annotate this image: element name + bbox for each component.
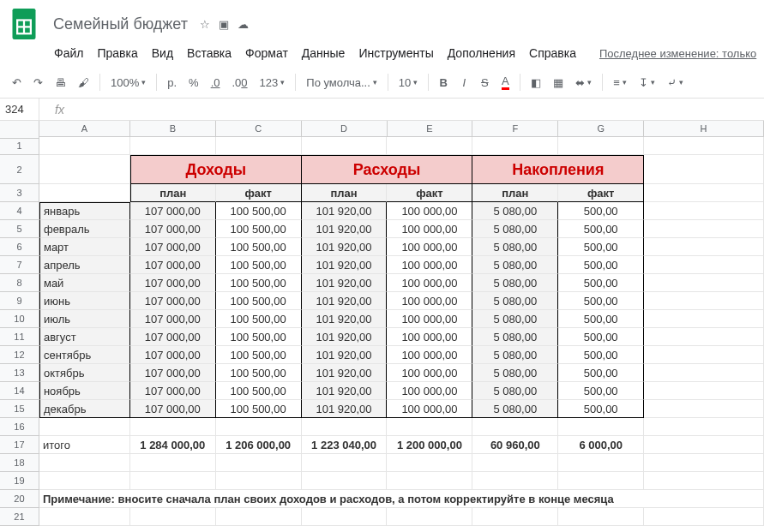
valign-dropdown[interactable]: ↧▾ — [634, 73, 660, 93]
row-header[interactable]: 20 — [0, 490, 39, 508]
more-formats-dropdown[interactable]: 123▾ — [255, 73, 291, 93]
cell[interactable] — [472, 508, 558, 526]
formula-input[interactable] — [80, 105, 764, 114]
fill-color-button[interactable]: ◧ — [526, 72, 546, 93]
cell[interactable] — [644, 454, 764, 472]
cell[interactable]: 101 920,00 — [302, 310, 388, 328]
cell[interactable]: 5 080,00 — [472, 274, 558, 292]
row-header[interactable]: 5 — [0, 220, 39, 238]
cell[interactable] — [216, 508, 302, 526]
cell[interactable]: 5 080,00 — [472, 346, 558, 364]
cell[interactable]: 5 080,00 — [472, 256, 558, 274]
borders-button[interactable]: ▦ — [548, 72, 568, 93]
cell[interactable] — [644, 346, 764, 364]
cell[interactable]: 1 284 000,00 — [130, 436, 216, 454]
cell[interactable]: 6 000,00 — [558, 436, 644, 454]
menu-help[interactable]: Справка — [523, 45, 582, 62]
cell[interactable]: 1 223 040,00 — [302, 436, 388, 454]
cell[interactable]: 100 000,00 — [387, 310, 472, 328]
month-cell[interactable]: октябрь — [39, 364, 130, 382]
sheets-logo[interactable] — [7, 7, 41, 41]
cell[interactable] — [644, 238, 764, 256]
halign-dropdown[interactable]: ≡▾ — [608, 73, 632, 93]
cell[interactable] — [558, 418, 644, 436]
row-header[interactable]: 11 — [0, 328, 39, 346]
row-header[interactable]: 2 — [0, 155, 39, 184]
menu-view[interactable]: Вид — [146, 45, 179, 62]
cell[interactable]: 107 000,00 — [130, 328, 216, 346]
col-header[interactable]: H — [644, 121, 764, 136]
cell[interactable] — [644, 436, 764, 454]
text-color-button[interactable]: A — [496, 70, 514, 94]
cloud-icon[interactable]: ☁ — [238, 18, 249, 31]
row-header[interactable]: 10 — [0, 310, 39, 328]
cell[interactable] — [558, 472, 644, 490]
cell[interactable] — [387, 508, 472, 526]
move-icon[interactable]: ▣ — [219, 18, 229, 31]
strike-button[interactable]: S — [475, 72, 494, 93]
cell[interactable]: 100 000,00 — [387, 328, 472, 346]
cell[interactable] — [644, 508, 764, 526]
cell[interactable] — [39, 454, 130, 472]
cell[interactable] — [472, 418, 558, 436]
cell[interactable]: 5 080,00 — [472, 220, 558, 238]
wrap-dropdown[interactable]: ⤶▾ — [662, 73, 689, 93]
print-icon[interactable]: 🖶 — [50, 72, 71, 93]
row-header[interactable]: 13 — [0, 364, 39, 382]
star-icon[interactable]: ☆ — [200, 18, 210, 31]
cell[interactable]: 107 000,00 — [130, 400, 216, 418]
cell[interactable]: 500,00 — [558, 364, 644, 382]
cell[interactable] — [644, 220, 764, 238]
cell[interactable] — [130, 137, 216, 155]
cell[interactable] — [644, 184, 764, 202]
cell[interactable] — [644, 328, 764, 346]
cell[interactable]: 100 000,00 — [387, 364, 472, 382]
cell[interactable]: 100 000,00 — [387, 202, 472, 220]
col-header[interactable]: E — [388, 121, 473, 136]
month-cell[interactable]: июль — [39, 310, 130, 328]
cell[interactable] — [644, 137, 764, 155]
cell[interactable]: 1 206 000,00 — [216, 436, 302, 454]
cell[interactable] — [39, 137, 130, 155]
cell[interactable] — [216, 137, 302, 155]
cell[interactable]: 101 920,00 — [302, 292, 388, 310]
month-cell[interactable]: май — [39, 274, 130, 292]
cell[interactable]: 100 500,00 — [216, 256, 302, 274]
bold-button[interactable]: B — [434, 72, 453, 93]
menu-data[interactable]: Данные — [296, 45, 352, 62]
cell[interactable] — [558, 454, 644, 472]
cell[interactable] — [644, 202, 764, 220]
cell[interactable]: 107 000,00 — [130, 382, 216, 400]
cell[interactable]: 5 080,00 — [472, 382, 558, 400]
row-header[interactable]: 17 — [0, 436, 39, 454]
fontsize-dropdown[interactable]: 10▾ — [394, 73, 423, 93]
menu-edit[interactable]: Правка — [91, 45, 143, 62]
col-header[interactable]: B — [130, 121, 216, 136]
cell[interactable]: 101 920,00 — [302, 220, 388, 238]
cell[interactable]: 101 920,00 — [302, 202, 388, 220]
cell[interactable]: 500,00 — [558, 256, 644, 274]
cell[interactable]: 500,00 — [558, 202, 644, 220]
cell[interactable] — [644, 155, 764, 184]
cell[interactable]: 100 500,00 — [216, 274, 302, 292]
cell[interactable] — [644, 382, 764, 400]
cell[interactable] — [302, 418, 388, 436]
cell[interactable]: 100 000,00 — [387, 400, 472, 418]
cell[interactable]: 5 080,00 — [472, 202, 558, 220]
cell[interactable] — [644, 472, 764, 490]
cell[interactable] — [39, 418, 130, 436]
row-header[interactable]: 16 — [0, 418, 39, 436]
row-header[interactable]: 9 — [0, 292, 39, 310]
undo-icon[interactable]: ↶ — [7, 72, 27, 93]
subheader[interactable]: факт — [216, 184, 302, 202]
doc-title[interactable]: Семейный бюджет — [48, 14, 193, 35]
cell[interactable]: 107 000,00 — [130, 364, 216, 382]
row-header[interactable]: 15 — [0, 400, 39, 418]
cell[interactable] — [644, 274, 764, 292]
col-header[interactable]: C — [216, 121, 302, 136]
cell[interactable]: 101 920,00 — [302, 274, 388, 292]
month-cell[interactable]: июнь — [39, 292, 130, 310]
cell[interactable]: 107 000,00 — [130, 202, 216, 220]
month-cell[interactable]: ноябрь — [39, 382, 130, 400]
row-header[interactable]: 18 — [0, 454, 39, 472]
